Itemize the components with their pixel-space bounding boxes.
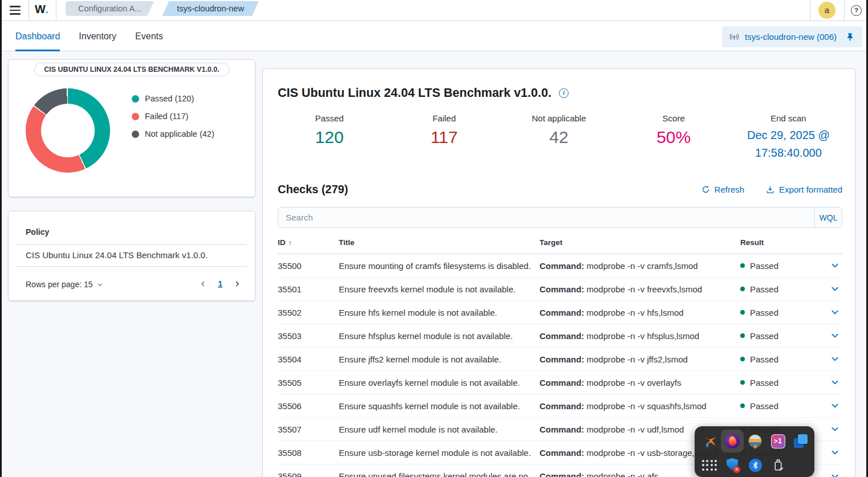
expand-row-chevron-icon[interactable] <box>825 378 842 386</box>
menu-hamburger-icon[interactable] <box>10 5 22 16</box>
check-title: Ensure freevxfs kernel module is not ava… <box>339 284 540 294</box>
wql-language-button[interactable]: WQL <box>814 207 842 227</box>
desktop-dock-overlay: >1 ✕ <box>695 426 814 477</box>
stat-score: Score 50% <box>616 113 731 162</box>
check-title: Ensure usb-storage kernel module is not … <box>339 448 540 458</box>
header-divider <box>844 0 845 21</box>
check-target: modprobe -n -v freevxfs,lsmod <box>587 284 703 294</box>
bluetooth-icon[interactable] <box>744 454 766 476</box>
policy-row[interactable]: CIS Ubuntu Linux 24.04 LTS Benchmark v1.… <box>26 250 208 260</box>
expand-row-chevron-icon[interactable] <box>825 332 842 340</box>
check-id: 35504 <box>278 354 339 364</box>
pinned-agent-button[interactable]: tsys-cloudron-new (006) <box>722 26 862 47</box>
expand-row-chevron-icon[interactable] <box>825 449 842 456</box>
blue-tiles-app-icon[interactable] <box>789 430 812 452</box>
check-id: 35507 <box>278 425 339 434</box>
check-result: Passed <box>750 261 778 271</box>
info-icon[interactable]: i <box>559 88 569 98</box>
export-formatted-button[interactable]: Export formatted <box>766 185 842 194</box>
mail-client-icon[interactable] <box>698 430 721 452</box>
app-grid-icon[interactable] <box>698 454 721 476</box>
refresh-button[interactable]: Refresh <box>701 185 745 194</box>
tab-inventory[interactable]: Inventory <box>79 21 116 51</box>
check-id: 35508 <box>278 448 339 458</box>
check-result: Passed <box>750 331 778 341</box>
policy-column-header: Policy <box>26 227 49 237</box>
breadcrumb-agent[interactable]: tsys-cloudron-new <box>162 1 259 16</box>
check-id: 35500 <box>278 261 339 271</box>
firefox-nightly-icon[interactable] <box>721 430 744 452</box>
column-header-target[interactable]: Target <box>540 238 740 247</box>
download-icon <box>766 185 774 194</box>
usb-device-icon[interactable] <box>766 454 789 476</box>
expand-row-chevron-icon[interactable] <box>825 402 842 410</box>
check-id: 35509 <box>278 471 339 477</box>
table-header-row: ID Title Target Result <box>278 231 842 254</box>
breadcrumb: Configuration A... tsys-cloudron-new <box>66 1 259 16</box>
column-header-result[interactable]: Result <box>740 238 825 247</box>
table-row[interactable]: 35505 Ensure overlayfs kernel module is … <box>278 371 842 394</box>
expand-row-chevron-icon[interactable] <box>825 425 842 433</box>
chart-legend: Passed (120) Failed (117) Not applicable… <box>132 94 214 138</box>
next-page-icon[interactable] <box>232 278 242 290</box>
column-header-title[interactable]: Title <box>339 238 540 247</box>
table-row[interactable]: 35500 Ensure mounting of cramfs filesyst… <box>278 254 842 278</box>
shield-disabled-icon[interactable]: ✕ <box>721 454 744 476</box>
passed-dot <box>740 287 745 291</box>
stat-end-scan: End scan Dec 29, 2025 @ 17:58:40.000 <box>731 113 846 162</box>
check-title: Ensure udf kernel module is not availabl… <box>339 425 540 434</box>
header-divider <box>29 0 29 21</box>
check-title: Ensure unused filesystems kernel modules… <box>339 471 540 477</box>
expand-row-chevron-icon[interactable] <box>825 472 842 477</box>
passed-dot <box>740 403 745 408</box>
results-donut-chart[interactable] <box>26 88 110 173</box>
expand-row-chevron-icon[interactable] <box>825 355 842 363</box>
help-icon[interactable]: ? <box>851 5 862 16</box>
rows-per-page-select[interactable]: Rows per page: 15 <box>26 280 103 289</box>
table-row[interactable]: 35502 Ensure hfs kernel module is not av… <box>278 301 842 324</box>
refresh-icon <box>701 185 710 194</box>
expand-row-chevron-icon[interactable] <box>825 285 842 293</box>
pagination: 1 <box>198 278 242 290</box>
legend-item-failed[interactable]: Failed (117) <box>132 112 214 121</box>
legend-item-passed[interactable]: Passed (120) <box>132 94 214 103</box>
globe-maps-icon[interactable] <box>744 430 766 452</box>
terminal-icon[interactable]: >1 <box>766 430 789 452</box>
check-result: Passed <box>750 378 778 388</box>
wazuh-logo[interactable]: W. <box>35 3 48 16</box>
check-target: modprobe -n -v hfs,lsmod <box>587 308 684 317</box>
tab-dashboard[interactable]: Dashboard <box>15 21 60 51</box>
antenna-icon <box>729 32 740 42</box>
screen-edge-left <box>0 0 2 477</box>
check-id: 35501 <box>278 284 339 294</box>
avatar[interactable]: a <box>818 2 835 19</box>
check-title: Ensure mounting of cramfs filesystems is… <box>339 261 540 271</box>
pin-icon[interactable] <box>846 32 854 42</box>
breadcrumb-configuration[interactable]: Configuration A... <box>66 1 154 16</box>
divider <box>17 244 247 244</box>
tab-events[interactable]: Events <box>135 21 163 51</box>
checks-title: Checks (279) <box>278 183 348 196</box>
checks-search-bar: WQL <box>278 207 842 228</box>
prev-page-icon[interactable] <box>198 278 208 290</box>
page-number[interactable]: 1 <box>218 279 222 288</box>
check-target: modprobe -n -v hfsplus,lsmod <box>587 331 700 341</box>
check-target: modprobe -n -v jffs2,lsmod <box>587 354 688 364</box>
expand-row-chevron-icon[interactable] <box>825 262 842 270</box>
stat-passed: Passed 120 <box>272 113 387 162</box>
table-row[interactable]: 35503 Ensure hfsplus kernel module is no… <box>278 324 842 348</box>
sort-asc-icon <box>289 238 293 247</box>
page-title: CIS Ubuntu Linux 24.04 LTS Benchmark v1.… <box>278 86 551 100</box>
failed-dot <box>132 113 139 120</box>
check-id: 35503 <box>278 331 339 341</box>
check-id: 35505 <box>278 378 339 388</box>
column-header-id[interactable]: ID <box>278 238 339 247</box>
table-row[interactable]: 35504 Ensure jffs2 kernel module is not … <box>278 348 842 371</box>
search-input[interactable] <box>278 207 814 227</box>
policy-panel: Policy CIS Ubuntu Linux 24.04 LTS Benchm… <box>8 211 255 301</box>
table-row[interactable]: 35501 Ensure freevxfs kernel module is n… <box>278 278 842 301</box>
check-target: modprobe -n -v cramfs,lsmod <box>587 261 698 271</box>
legend-item-not-applicable[interactable]: Not applicable (42) <box>132 129 214 138</box>
expand-row-chevron-icon[interactable] <box>825 308 842 316</box>
table-row[interactable]: 35506 Ensure squashfs kernel module is n… <box>278 394 842 418</box>
